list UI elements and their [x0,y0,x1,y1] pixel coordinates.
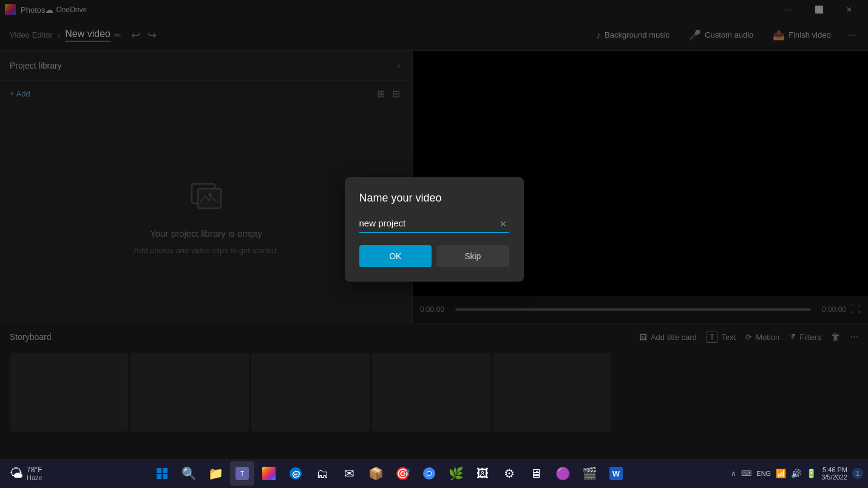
photos-taskbar-button[interactable] [257,461,281,486]
dialog-title: Name your video [359,192,509,205]
search-button[interactable]: 🔍 [177,461,201,486]
wifi-icon[interactable]: 📶 [776,469,786,478]
svg-rect-3 [157,468,161,473]
time: 5:46 PM [822,466,847,473]
start-button[interactable] [150,461,174,486]
svg-point-12 [427,472,431,475]
modal-overlay: Name your video ✕ OK Skip [0,0,868,459]
svg-point-9 [290,467,302,480]
chrome-button[interactable] [417,461,441,486]
battery-icon[interactable]: 🔋 [806,469,816,478]
mail-button[interactable]: ✉ [337,461,361,486]
app1-button[interactable]: 🎯 [390,461,415,486]
notifications-button[interactable]: 1 [852,468,863,479]
dialog-buttons: OK Skip [359,245,509,267]
edge-button[interactable] [283,461,308,486]
input-container: ✕ [359,214,509,233]
video-name-input[interactable] [359,214,509,233]
svg-rect-5 [157,474,161,479]
dropbox-button[interactable]: 📦 [364,461,388,486]
svg-rect-6 [163,474,168,479]
ok-button[interactable]: OK [359,245,432,267]
clock[interactable]: 5:46 PM 3/5/2022 [821,466,847,481]
taskbar-right: ∧ ⌨ ENG 📶 🔊 🔋 5:46 PM 3/5/2022 1 [731,466,863,481]
taskbar: 🌤 78°F Haze 🔍 📁 T [0,459,868,488]
vlc-button[interactable]: 🎬 [577,461,602,486]
weather-icon: 🌤 [10,466,23,481]
weather-widget: 🌤 78°F Haze [5,466,47,481]
svg-rect-4 [163,468,168,473]
settings-button[interactable]: ⚙ [497,461,521,486]
name-video-dialog: Name your video ✕ OK Skip [345,177,524,282]
app3-button[interactable]: 🖥 [524,461,548,486]
teams-button[interactable]: T [230,461,254,486]
weather-condition: Haze [27,474,42,481]
keyboard-icon[interactable]: ⌨ [741,469,751,478]
show-hidden-icons[interactable]: ∧ [731,469,736,478]
skip-button[interactable]: Skip [436,245,509,267]
file-explorer-button[interactable]: 📁 [203,461,228,486]
svg-text:T: T [240,470,244,477]
folder-button[interactable]: 🗂 [310,461,334,486]
app4-button[interactable]: 🟣 [551,461,575,486]
volume-icon[interactable]: 🔊 [791,469,801,478]
lang-indicator[interactable]: ENG [756,470,771,477]
app2-button[interactable]: 🌿 [444,461,468,486]
svg-text:W: W [612,469,620,478]
word-button[interactable]: W [604,461,628,486]
temperature: 78°F [27,466,42,474]
date: 3/5/2022 [821,473,847,481]
weather-info: 78°F Haze [27,466,42,481]
taskbar-left: 🌤 78°F Haze [5,466,47,481]
photos-app-button[interactable]: 🖼 [470,461,495,486]
taskbar-center: 🔍 📁 T 🗂 ✉ 📦 🎯 [47,461,731,486]
clear-input-button[interactable]: ✕ [497,218,509,230]
